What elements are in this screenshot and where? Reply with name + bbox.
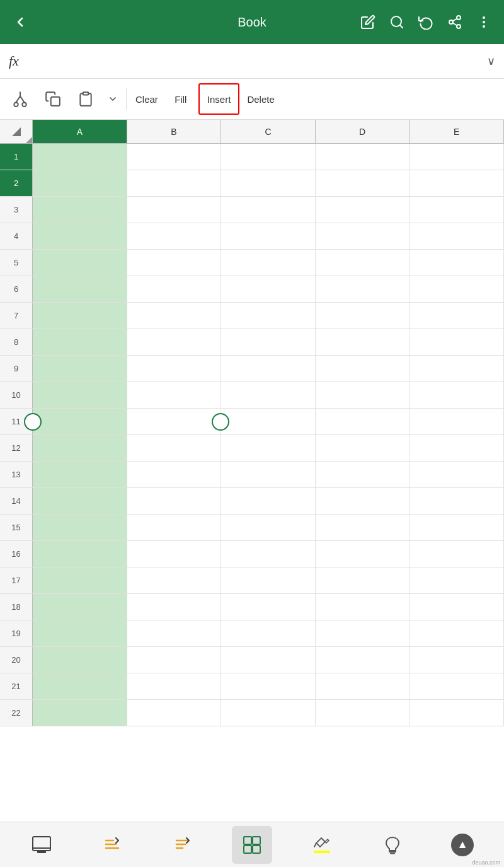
row-num-22[interactable]: 22 xyxy=(0,700,33,726)
cell-b5[interactable] xyxy=(127,250,222,276)
cell-e6[interactable] xyxy=(410,276,504,302)
cell-c2[interactable] xyxy=(221,170,316,196)
cell-a11[interactable] xyxy=(33,409,127,434)
cell-b17[interactable] xyxy=(127,567,222,593)
cell-b16[interactable] xyxy=(127,541,222,567)
cell-d16[interactable] xyxy=(316,541,410,567)
cell-c8[interactable] xyxy=(221,329,316,355)
cell-c19[interactable] xyxy=(221,620,316,646)
sheet-view-button[interactable] xyxy=(21,826,62,864)
row-num-7[interactable]: 7 xyxy=(0,303,33,329)
cell-e2[interactable] xyxy=(410,170,504,196)
cell-d10[interactable] xyxy=(316,382,410,408)
selection-handle-left[interactable] xyxy=(24,413,42,431)
cell-e11[interactable] xyxy=(410,409,504,434)
cell-b10[interactable] xyxy=(127,382,222,408)
row-num-12[interactable]: 12 xyxy=(0,435,33,461)
row-num-1[interactable]: 1 xyxy=(0,144,33,170)
cell-c1[interactable] xyxy=(221,144,316,170)
cell-c14[interactable] xyxy=(221,488,316,514)
row-num-9[interactable]: 9 xyxy=(0,356,33,381)
cell-d12[interactable] xyxy=(316,435,410,461)
expand-button[interactable]: ▲ xyxy=(442,826,483,864)
cell-c10[interactable] xyxy=(221,382,316,408)
cell-e10[interactable] xyxy=(410,382,504,408)
row-num-20[interactable]: 20 xyxy=(0,647,33,673)
row-num-6[interactable]: 6 xyxy=(0,276,33,302)
row-num-14[interactable]: 14 xyxy=(0,488,33,514)
col-header-d[interactable]: D xyxy=(316,120,410,143)
cell-b20[interactable] xyxy=(127,647,222,673)
cell-a20[interactable] xyxy=(33,647,127,673)
cell-c16[interactable] xyxy=(221,541,316,567)
formula-input[interactable] xyxy=(34,55,487,67)
row-num-2[interactable]: 2 xyxy=(0,170,33,196)
cell-e17[interactable] xyxy=(410,567,504,593)
col-header-e[interactable]: E xyxy=(410,120,504,143)
cell-d7[interactable] xyxy=(316,303,410,329)
fill-button[interactable]: Fill xyxy=(166,83,196,115)
cell-d13[interactable] xyxy=(316,462,410,487)
cell-e12[interactable] xyxy=(410,435,504,461)
col-header-c[interactable]: C xyxy=(221,120,316,143)
cell-d15[interactable] xyxy=(316,515,410,540)
cell-e16[interactable] xyxy=(410,541,504,567)
delete-button[interactable]: Delete xyxy=(242,83,279,115)
sort-asc-button[interactable] xyxy=(91,826,132,864)
cell-a1[interactable] xyxy=(33,144,127,170)
cell-a9[interactable] xyxy=(33,356,127,381)
cell-b9[interactable] xyxy=(127,356,222,381)
search-icon[interactable] xyxy=(389,15,404,30)
cell-b8[interactable] xyxy=(127,329,222,355)
cell-a19[interactable] xyxy=(33,620,127,646)
copy-button[interactable] xyxy=(38,83,68,115)
cell-d21[interactable] xyxy=(316,673,410,699)
cell-c15[interactable] xyxy=(221,515,316,540)
cell-a3[interactable] xyxy=(33,197,127,223)
cell-a4[interactable] xyxy=(33,223,127,249)
cell-c13[interactable] xyxy=(221,462,316,487)
row-num-8[interactable]: 8 xyxy=(0,329,33,355)
cell-b19[interactable] xyxy=(127,620,222,646)
col-header-a[interactable]: A xyxy=(33,120,127,143)
row-num-16[interactable]: 16 xyxy=(0,541,33,567)
row-num-3[interactable]: 3 xyxy=(0,197,33,223)
cell-a2[interactable] xyxy=(33,170,127,196)
cell-c18[interactable] xyxy=(221,594,316,620)
insert-button[interactable]: Insert xyxy=(198,83,240,115)
cell-b18[interactable] xyxy=(127,594,222,620)
cell-c11[interactable] xyxy=(221,409,316,434)
cell-e9[interactable] xyxy=(410,356,504,381)
cell-e22[interactable] xyxy=(410,700,504,726)
cell-d19[interactable] xyxy=(316,620,410,646)
cell-e8[interactable] xyxy=(410,329,504,355)
cell-d11[interactable] xyxy=(316,409,410,434)
formula-chevron-icon[interactable]: ∨ xyxy=(487,54,495,68)
cell-c21[interactable] xyxy=(221,673,316,699)
table-view-button[interactable] xyxy=(232,826,272,864)
cell-a6[interactable] xyxy=(33,276,127,302)
cell-b6[interactable] xyxy=(127,276,222,302)
col-header-b[interactable]: B xyxy=(127,120,222,143)
select-all-button[interactable] xyxy=(0,120,33,143)
cell-d20[interactable] xyxy=(316,647,410,673)
cell-d8[interactable] xyxy=(316,329,410,355)
cell-c4[interactable] xyxy=(221,223,316,249)
cell-c12[interactable] xyxy=(221,435,316,461)
paste-button[interactable] xyxy=(71,83,101,115)
cell-a14[interactable] xyxy=(33,488,127,514)
row-num-17[interactable]: 17 xyxy=(0,567,33,593)
cell-d18[interactable] xyxy=(316,594,410,620)
cell-e15[interactable] xyxy=(410,515,504,540)
cell-b12[interactable] xyxy=(127,435,222,461)
fill-color-button[interactable] xyxy=(302,826,342,864)
idea-button[interactable] xyxy=(372,826,413,864)
edit-icon[interactable] xyxy=(360,15,375,30)
cell-b7[interactable] xyxy=(127,303,222,329)
cell-d22[interactable] xyxy=(316,700,410,726)
cell-e4[interactable] xyxy=(410,223,504,249)
cell-b13[interactable] xyxy=(127,462,222,487)
cell-e21[interactable] xyxy=(410,673,504,699)
row-num-15[interactable]: 15 xyxy=(0,515,33,540)
cell-b21[interactable] xyxy=(127,673,222,699)
